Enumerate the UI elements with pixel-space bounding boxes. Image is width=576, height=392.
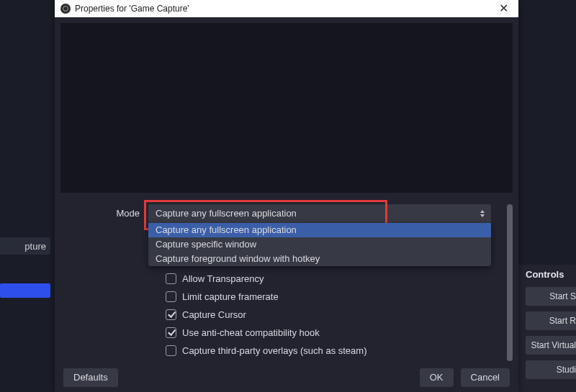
controls-panel: Controls Start S Start R Start Virtual S… — [518, 265, 576, 392]
mode-select-value: Capture any fullscreen application — [156, 208, 297, 219]
checkbox-label[interactable]: Capture third-party overlays (such as st… — [182, 345, 366, 356]
preview-area — [60, 23, 513, 193]
obs-icon — [60, 4, 71, 14]
mode-option[interactable]: Capture any fullscreen application — [148, 223, 491, 237]
mode-select[interactable]: Capture any fullscreen application — [148, 204, 491, 223]
checkbox-row: Use anti-cheat compatibility hook — [166, 327, 501, 338]
controls-button[interactable]: Start S — [526, 287, 576, 306]
cancel-button[interactable]: Cancel — [461, 368, 510, 387]
mode-option[interactable]: Capture specific window — [148, 237, 491, 252]
checkbox-label[interactable]: Limit capture framerate — [182, 291, 279, 302]
checkbox-row: Capture third-party overlays (such as st… — [166, 345, 501, 356]
defaults-button[interactable]: Defaults — [63, 368, 118, 387]
background-selected-item — [0, 283, 50, 298]
allow-transparency-checkbox[interactable] — [166, 273, 176, 284]
third-party-overlays-checkbox[interactable] — [166, 345, 176, 356]
checkbox-row: Capture Cursor — [166, 309, 501, 320]
form-area: Mode Capture any fullscreen application … — [55, 193, 518, 363]
properties-dialog: Properties for 'Game Capture' ✕ Mode Cap… — [55, 0, 518, 392]
dialog-title: Properties for 'Game Capture' — [75, 4, 189, 14]
controls-button[interactable]: Studi — [526, 360, 576, 379]
controls-header: Controls — [526, 269, 576, 280]
mode-option[interactable]: Capture foreground window with hotkey — [148, 252, 491, 266]
mode-label: Mode — [72, 208, 148, 219]
titlebar: Properties for 'Game Capture' ✕ — [55, 0, 518, 17]
background-tab-capture: pture — [0, 237, 50, 255]
checkbox-label[interactable]: Use anti-cheat compatibility hook — [182, 327, 320, 338]
controls-button[interactable]: Start Virtual — [526, 336, 576, 355]
ok-button[interactable]: OK — [420, 368, 454, 387]
checkbox-row: Allow Transparency — [166, 273, 501, 284]
controls-button[interactable]: Start R — [526, 311, 576, 330]
anti-cheat-checkbox[interactable] — [166, 327, 176, 338]
limit-framerate-checkbox[interactable] — [166, 291, 176, 302]
capture-cursor-checkbox[interactable] — [166, 309, 176, 320]
background-tab-label: pture — [24, 241, 46, 252]
checkbox-label[interactable]: Capture Cursor — [182, 309, 246, 320]
close-icon[interactable]: ✕ — [495, 3, 513, 14]
updown-icon — [480, 210, 485, 217]
mode-dropdown: Capture any fullscreen application Captu… — [148, 223, 491, 266]
checkbox-label[interactable]: Allow Transparency — [182, 273, 264, 284]
dialog-footer: Defaults OK Cancel — [55, 363, 518, 392]
scrollbar[interactable] — [507, 204, 513, 361]
checkbox-row: Limit capture framerate — [166, 291, 501, 302]
